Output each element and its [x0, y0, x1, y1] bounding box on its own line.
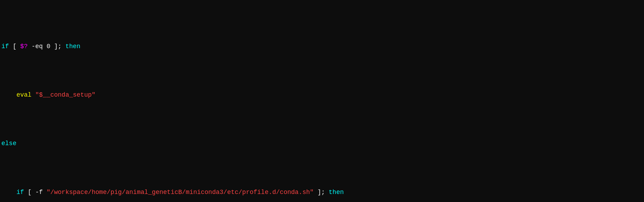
code-block: if [ $? -eq 0 ]; then eval "$__conda_set…	[0, 0, 644, 202]
code-line-4: if [ -f "/workspace/home/pig/animal_gene…	[1, 188, 643, 197]
code-line-3: else	[1, 139, 643, 149]
code-line-2: eval "$__conda_setup"	[1, 90, 643, 100]
code-line-1: if [ $? -eq 0 ]; then	[1, 42, 643, 52]
